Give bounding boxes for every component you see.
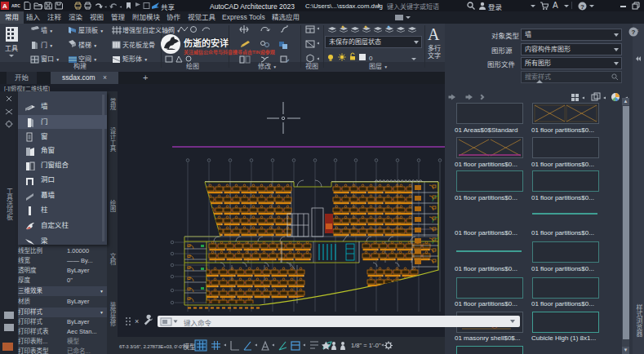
svg-text:?: ? [632,29,636,36]
svg-text:A: A [2,2,7,10]
svg-text:?: ? [580,3,584,11]
svg-text:×: × [135,317,139,325]
svg-text:0: 0 [369,55,373,62]
svg-text:1/8" = 1'-0": 1/8" = 1'-0" [351,342,381,349]
svg-text:工具选项板: 工具选项板 [6,188,13,221]
svg-text:ARC: ARC [11,3,20,8]
